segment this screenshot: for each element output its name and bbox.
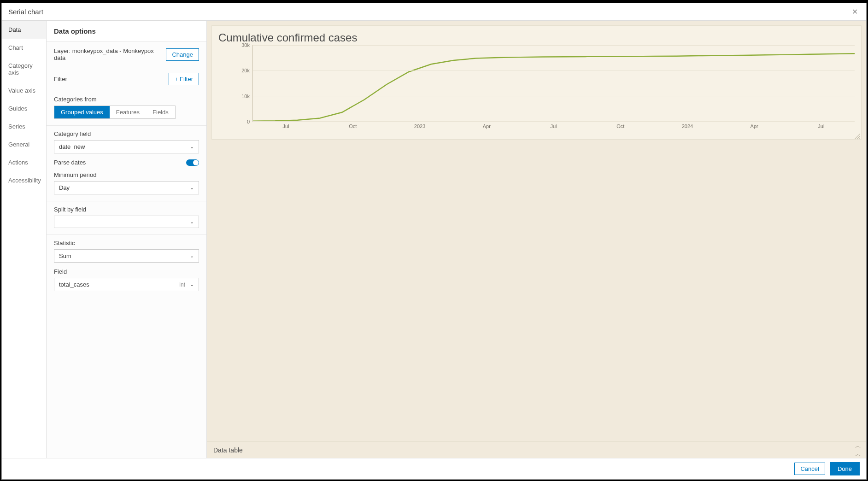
- serial-chart-dialog: Serial chart ✕ DataChartCategory axisVal…: [1, 3, 867, 480]
- titlebar: Serial chart ✕: [2, 3, 866, 21]
- field-select[interactable]: total_cases int ⌄: [54, 278, 199, 291]
- gridline: [253, 96, 855, 96]
- chart-grid: [252, 45, 855, 122]
- done-button[interactable]: Done: [830, 462, 860, 475]
- categories-from-block: Categories from Grouped values Features …: [47, 91, 206, 126]
- layer-label: Layer: monkeypox_data - Monkeypox data: [54, 47, 166, 61]
- x-tick-label: 2024: [682, 123, 693, 129]
- add-filter-button[interactable]: + Filter: [169, 73, 199, 85]
- x-tick-label: Apr: [751, 123, 758, 129]
- statistic-label: Statistic: [54, 240, 199, 246]
- y-tick-label: 30k: [241, 42, 250, 48]
- parse-dates-toggle[interactable]: [186, 159, 199, 166]
- preview-inner: Cumulative confirmed cases 010k20k30k Ju…: [207, 21, 866, 458]
- chevron-down-icon: ⌄: [190, 219, 194, 225]
- gridline: [253, 121, 855, 122]
- parse-dates-label: Parse dates: [54, 159, 86, 166]
- data-options-panel: Data options Layer: monkeypox_data - Mon…: [47, 21, 207, 458]
- y-tick-label: 10k: [241, 94, 250, 99]
- statistic-select[interactable]: Sum ⌄: [54, 249, 199, 263]
- x-tick-label: Jul: [283, 123, 289, 129]
- category-field-select[interactable]: date_new ⌄: [54, 140, 199, 153]
- chart-line-series: [253, 45, 855, 121]
- chart-card: Cumulative confirmed cases 010k20k30k Ju…: [211, 25, 862, 140]
- data-table-label: Data table: [213, 446, 243, 454]
- chart-plot-area: 010k20k30k JulOct2023AprJulOct2024AprJul: [235, 45, 855, 133]
- minimum-period-value: Day: [59, 184, 70, 191]
- x-tick-label: 2023: [414, 123, 425, 129]
- x-tick-label: Oct: [349, 123, 357, 129]
- seg-fields[interactable]: Fields: [146, 106, 175, 118]
- minimum-period-label: Minimum period: [54, 171, 199, 178]
- gridline: [253, 70, 855, 71]
- gridline: [253, 45, 855, 46]
- sidebar-tab-series[interactable]: Series: [2, 117, 46, 135]
- category-field-block: Category field date_new ⌄ Parse dates Mi…: [47, 126, 206, 201]
- filter-label: Filter: [54, 76, 67, 82]
- sidebar-tab-category-axis[interactable]: Category axis: [2, 57, 46, 82]
- sidebar-tab-data[interactable]: Data: [2, 21, 46, 39]
- config-sidebar: DataChartCategory axisValue axisGuidesSe…: [2, 21, 47, 458]
- sidebar-tab-guides[interactable]: Guides: [2, 100, 46, 117]
- dialog-footer: Cancel Done: [2, 458, 866, 479]
- field-label: Field: [54, 268, 199, 275]
- split-by-block: Split by field ⌄: [47, 201, 206, 235]
- field-value: total_cases: [59, 281, 89, 288]
- statistic-block: Statistic Sum ⌄ Field total_cases int ⌄: [47, 235, 206, 298]
- layer-row: Layer: monkeypox_data - Monkeypox data C…: [47, 42, 206, 67]
- x-tick-label: Apr: [483, 123, 491, 129]
- minimum-period-select[interactable]: Day ⌄: [54, 181, 199, 194]
- change-layer-button[interactable]: Change: [166, 48, 199, 61]
- split-by-label: Split by field: [54, 206, 199, 213]
- cancel-button[interactable]: Cancel: [794, 463, 825, 475]
- options-body: Layer: monkeypox_data - Monkeypox data C…: [47, 42, 206, 298]
- seg-features[interactable]: Features: [110, 106, 146, 118]
- categories-from-segmented: Grouped values Features Fields: [54, 106, 176, 119]
- chevron-down-icon: ⌄: [190, 144, 194, 150]
- window-title: Serial chart: [8, 8, 43, 16]
- sidebar-tab-general[interactable]: General: [2, 135, 46, 153]
- chevron-down-icon: ⌄: [190, 185, 194, 191]
- chevron-down-icon: ⌄: [190, 253, 194, 259]
- field-type-badge: int: [179, 282, 185, 288]
- chart-title: Cumulative confirmed cases: [212, 26, 861, 45]
- parse-dates-row: Parse dates: [54, 159, 199, 166]
- category-field-label: Category field: [54, 130, 199, 137]
- chevron-down-icon: ⌄: [190, 282, 194, 287]
- expand-up-icon[interactable]: ︿︿: [855, 442, 860, 458]
- chart-preview-pane: Cumulative confirmed cases 010k20k30k Ju…: [207, 21, 866, 458]
- y-tick-label: 0: [247, 119, 250, 124]
- y-tick-label: 20k: [241, 68, 250, 73]
- category-field-value: date_new: [59, 143, 85, 150]
- seg-grouped-values[interactable]: Grouped values: [54, 106, 110, 118]
- options-header: Data options: [47, 21, 206, 42]
- filter-row: Filter + Filter: [47, 67, 206, 91]
- x-tick-label: Oct: [616, 123, 624, 129]
- dialog-body: DataChartCategory axisValue axisGuidesSe…: [2, 21, 866, 458]
- resize-grip-icon[interactable]: [855, 133, 860, 138]
- chart-y-axis: 010k20k30k: [235, 45, 252, 122]
- statistic-value: Sum: [59, 252, 71, 259]
- split-by-select[interactable]: ⌄: [54, 216, 199, 228]
- close-icon[interactable]: ✕: [850, 6, 860, 18]
- data-table-bar[interactable]: Data table ︿︿: [207, 441, 866, 458]
- sidebar-tab-chart[interactable]: Chart: [2, 39, 46, 57]
- x-tick-label: Jul: [818, 123, 824, 129]
- chart-x-axis: JulOct2023AprJulOct2024AprJul: [252, 123, 855, 133]
- x-tick-label: Jul: [550, 123, 557, 129]
- sidebar-tab-value-axis[interactable]: Value axis: [2, 82, 46, 100]
- sidebar-tab-actions[interactable]: Actions: [2, 153, 46, 171]
- sidebar-tab-accessibility[interactable]: Accessibility: [2, 171, 46, 189]
- categories-from-label: Categories from: [54, 96, 199, 103]
